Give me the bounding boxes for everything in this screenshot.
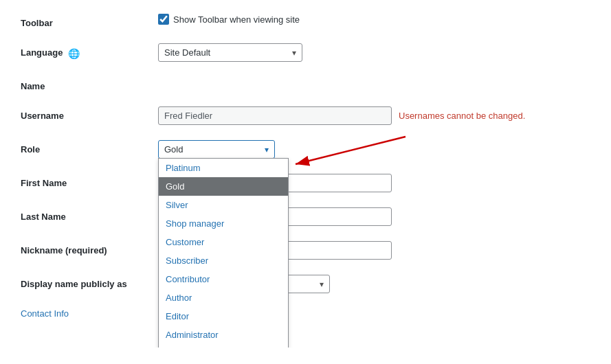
username-row: Username Usernames cannot be changed. [21, 106, 590, 125]
contact-info-link[interactable]: Contact Info [21, 308, 69, 319]
display-name-row: Display name publicly as Fred Fiedler ▾ [21, 275, 590, 293]
last-name-label: Last Name [21, 207, 158, 222]
toolbar-row: Toolbar Show Toolbar when viewing site [21, 14, 590, 28]
role-select-wrapper: Gold ▾ Platinum Gold Silver Shop manager… [158, 140, 275, 159]
language-field: Site Default ▾ [158, 43, 590, 62]
role-chevron-icon: ▾ [265, 145, 269, 155]
role-option-no-role[interactable]: — No role for this site — [159, 344, 288, 348]
contact-info-row: Contact Info [21, 308, 590, 319]
language-chevron-icon: ▾ [292, 48, 296, 58]
nickname-label: Nickname (required) [21, 241, 158, 255]
role-option-shop-manager[interactable]: Shop manager [159, 214, 288, 233]
role-row: Role Gold ▾ Platinum Gold Silver Shop ma… [21, 140, 590, 159]
role-option-gold[interactable]: Gold [159, 177, 288, 196]
role-option-author[interactable]: Author [159, 288, 288, 307]
nickname-row: Nickname (required) [21, 241, 590, 260]
role-option-editor[interactable]: Editor [159, 307, 288, 326]
username-input [158, 106, 392, 125]
toolbar-field: Show Toolbar when viewing site [158, 14, 590, 25]
toolbar-checkbox-label: Show Toolbar when viewing site [173, 14, 300, 25]
first-name-row: First Name [21, 174, 590, 192]
toolbar-checkbox[interactable] [158, 14, 169, 25]
role-option-contributor[interactable]: Contributor [159, 270, 288, 288]
first-name-label: First Name [21, 174, 158, 188]
name-row: Name [21, 77, 590, 91]
role-select[interactable]: Gold ▾ [158, 140, 275, 159]
name-label: Name [21, 77, 158, 91]
role-field: Gold ▾ Platinum Gold Silver Shop manager… [158, 140, 590, 159]
role-option-administrator[interactable]: Administrator [159, 326, 288, 344]
role-option-platinum[interactable]: Platinum [159, 159, 288, 177]
display-name-chevron-icon: ▾ [320, 280, 324, 289]
username-label: Username [21, 106, 158, 121]
role-selected-value: Gold [164, 144, 183, 155]
language-row: Language 🌐 Site Default ▾ [21, 43, 590, 62]
display-name-label: Display name publicly as [21, 275, 158, 289]
role-option-subscriber[interactable]: Subscriber [159, 251, 288, 270]
toolbar-checkbox-wrapper[interactable]: Show Toolbar when viewing site [158, 14, 300, 25]
language-selected-value: Site Default [164, 47, 210, 58]
language-icon: 🌐 [68, 48, 80, 59]
last-name-row: Last Name [21, 207, 590, 226]
role-option-customer[interactable]: Customer [159, 233, 288, 251]
toolbar-label: Toolbar [21, 14, 158, 28]
language-label: Language 🌐 [21, 43, 158, 59]
svg-line-1 [296, 137, 406, 164]
language-select[interactable]: Site Default ▾ [158, 43, 302, 62]
role-option-silver[interactable]: Silver [159, 196, 288, 214]
username-note: Usernames cannot be changed. [399, 111, 525, 121]
role-label: Role [21, 140, 158, 155]
username-field: Usernames cannot be changed. [158, 106, 590, 125]
role-dropdown-menu: Platinum Gold Silver Shop manager Custom… [158, 158, 289, 348]
